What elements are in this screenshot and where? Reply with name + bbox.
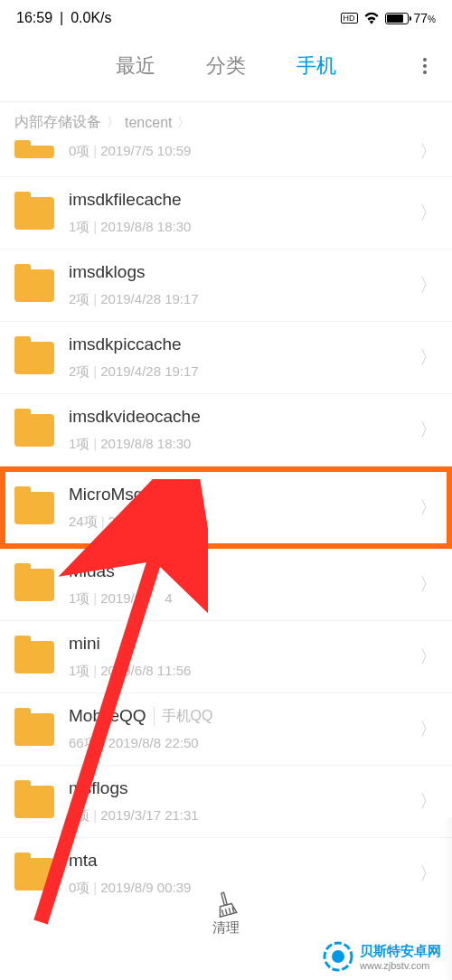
status-bar: 16:59 | 0.0K/s HD 77% <box>0 0 452 36</box>
chevron-right-icon: 〉 <box>419 495 438 520</box>
chevron-right-icon: 〉 <box>419 139 438 164</box>
status-speed: 0.0K/s <box>71 10 111 26</box>
watermark-name: 贝斯特安卓网 <box>360 943 441 960</box>
watermark-url: www.zjbstv.com <box>360 960 441 971</box>
tab-phone[interactable]: 手机 <box>297 52 336 80</box>
chevron-right-icon: 〉 <box>419 201 438 225</box>
folder-item[interactable]: imsdkfilecache 1项|2019/8/8 18:30 〉 <box>0 177 452 250</box>
folder-item[interactable]: Midas 1项|2019/8/ 4 〉 <box>0 549 452 621</box>
status-right: HD 77% <box>341 11 436 25</box>
folder-name: mta <box>69 851 98 871</box>
folder-icon <box>14 713 54 746</box>
folder-icon <box>14 269 54 302</box>
folder-item[interactable]: mini 1项|2019/6/8 11:56 〉 <box>0 621 452 693</box>
folder-icon <box>14 492 54 524</box>
folder-icon <box>14 641 54 674</box>
folder-icon <box>14 197 54 230</box>
folder-item[interactable]: imsdkvideocache 1项|2019/8/8 18:30 〉 <box>0 394 452 466</box>
chevron-right-icon: 〉 <box>419 273 438 297</box>
folder-name: Midas <box>69 561 115 581</box>
signal-label: HD <box>341 13 358 24</box>
clean-label[interactable]: 清理 <box>212 919 240 937</box>
svg-point-3 <box>332 950 344 963</box>
folder-name: imsdkvideocache <box>69 407 201 427</box>
status-separator: | <box>60 10 63 26</box>
breadcrumb[interactable]: 内部存储设备 〉 tencent 〉 <box>0 106 452 139</box>
tab-category[interactable]: 分类 <box>206 52 246 80</box>
battery-icon <box>385 13 409 24</box>
more-button[interactable] <box>423 58 427 74</box>
status-left: 16:59 | 0.0K/s <box>16 10 112 26</box>
folder-item[interactable]: 0项|2019/7/5 10:59 〉 <box>0 139 452 177</box>
status-time: 16:59 <box>16 10 52 26</box>
folder-icon <box>14 342 54 374</box>
chevron-right-icon: 〉 <box>419 789 438 814</box>
bottom-bar: 清理 <box>0 881 452 946</box>
folder-tag: 手机QQ <box>154 707 213 726</box>
breadcrumb-path[interactable]: tencent <box>125 115 172 131</box>
folder-icon <box>14 146 54 158</box>
folder-icon <box>14 786 54 818</box>
folder-name: imsdklogs <box>69 262 145 282</box>
breadcrumb-root[interactable]: 内部存储设备 <box>14 113 101 132</box>
folder-list: 0项|2019/7/5 10:59 〉 imsdkfilecache 1项|20… <box>0 139 452 909</box>
svg-rect-1 <box>221 892 228 905</box>
chevron-right-icon: 〉 <box>177 115 190 131</box>
wifi-icon <box>363 12 380 24</box>
folder-item[interactable]: imsdkpiccache 2项|2019/4/28 19:17 〉 <box>0 322 452 394</box>
folder-item-micromsg[interactable]: MicroMsg微信 24项|2019/8/9 16:37 〉 <box>0 466 452 549</box>
folder-name: msflogs <box>69 778 127 798</box>
broom-icon[interactable] <box>210 888 243 921</box>
folder-item[interactable]: imsdklogs 2项|2019/4/28 19:17 〉 <box>0 250 452 322</box>
folder-name: imsdkfilecache <box>69 190 182 210</box>
battery-percent: 77% <box>414 11 436 25</box>
chevron-right-icon: 〉 <box>419 345 438 370</box>
chevron-right-icon: 〉 <box>419 645 438 669</box>
folder-tag: 微信 <box>150 485 187 504</box>
folder-name: MicroMsg <box>69 485 143 504</box>
folder-name: mini <box>69 634 100 654</box>
chevron-right-icon: 〉 <box>419 572 438 597</box>
folder-icon <box>14 569 54 601</box>
nav-indicator <box>441 817 452 980</box>
folder-item[interactable]: MobileQQ手机QQ 66项|2019/8/8 22:50 〉 <box>0 693 452 766</box>
folder-item[interactable]: msflogs 1项|2019/3/17 21:31 〉 <box>0 766 452 838</box>
watermark: 贝斯特安卓网 www.zjbstv.com <box>322 940 441 973</box>
chevron-right-icon: 〉 <box>419 717 438 741</box>
chevron-right-icon: 〉 <box>107 115 119 131</box>
tab-recent[interactable]: 最近 <box>116 52 155 80</box>
folder-name: imsdkpiccache <box>69 335 182 354</box>
watermark-logo-icon <box>322 940 354 973</box>
folder-name: MobileQQ <box>69 706 146 726</box>
tabs: 最近 分类 手机 <box>0 36 452 101</box>
chevron-right-icon: 〉 <box>419 418 438 442</box>
folder-icon <box>14 414 54 447</box>
